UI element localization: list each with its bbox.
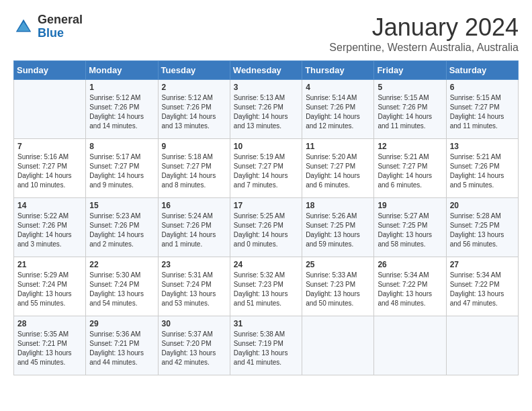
logo-icon: [13, 17, 34, 37]
calendar-cell: 19Sunrise: 5:27 AM Sunset: 7:25 PM Dayli…: [374, 198, 446, 257]
calendar-cell: 29Sunrise: 5:36 AM Sunset: 7:21 PM Dayli…: [86, 316, 158, 375]
day-number: 30: [162, 319, 226, 328]
day-number: 28: [17, 319, 82, 328]
day-info: Sunrise: 5:38 AM Sunset: 7:19 PM Dayligh…: [234, 330, 298, 367]
calendar-cell: 6Sunrise: 5:15 AM Sunset: 7:27 PM Daylig…: [446, 80, 518, 139]
day-number: 23: [162, 260, 226, 269]
day-number: 6: [450, 83, 515, 92]
day-number: 5: [378, 83, 442, 92]
day-number: 10: [234, 142, 298, 151]
calendar-cell: 8Sunrise: 5:17 AM Sunset: 7:27 PM Daylig…: [86, 139, 158, 198]
calendar-cell: 3Sunrise: 5:13 AM Sunset: 7:26 PM Daylig…: [230, 80, 302, 139]
day-number: 9: [162, 142, 226, 151]
day-number: 31: [234, 319, 298, 328]
calendar-cell: 27Sunrise: 5:34 AM Sunset: 7:22 PM Dayli…: [446, 257, 518, 316]
day-info: Sunrise: 5:20 AM Sunset: 7:27 PM Dayligh…: [306, 152, 370, 190]
day-number: 12: [378, 142, 442, 151]
day-number: 13: [450, 142, 515, 151]
calendar-body: 1Sunrise: 5:12 AM Sunset: 7:26 PM Daylig…: [14, 80, 519, 375]
day-number: 14: [17, 201, 82, 210]
day-info: Sunrise: 5:28 AM Sunset: 7:25 PM Dayligh…: [450, 212, 515, 249]
day-number: 18: [306, 201, 370, 210]
calendar-cell: 12Sunrise: 5:21 AM Sunset: 7:27 PM Dayli…: [374, 139, 446, 198]
calendar-cell: [374, 316, 446, 375]
calendar-cell: 31Sunrise: 5:38 AM Sunset: 7:19 PM Dayli…: [230, 316, 302, 375]
month-title: January 2024: [329, 13, 519, 42]
weekday-header-thursday: Thursday: [302, 61, 374, 80]
day-number: 20: [450, 201, 515, 210]
weekday-header-sunday: Sunday: [14, 61, 86, 80]
calendar-cell: 2Sunrise: 5:12 AM Sunset: 7:26 PM Daylig…: [158, 80, 230, 139]
day-info: Sunrise: 5:12 AM Sunset: 7:26 PM Dayligh…: [162, 93, 226, 131]
calendar-cell: 7Sunrise: 5:16 AM Sunset: 7:27 PM Daylig…: [14, 139, 86, 198]
day-info: Sunrise: 5:34 AM Sunset: 7:22 PM Dayligh…: [450, 271, 515, 308]
calendar-cell: 26Sunrise: 5:34 AM Sunset: 7:22 PM Dayli…: [374, 257, 446, 316]
day-info: Sunrise: 5:17 AM Sunset: 7:27 PM Dayligh…: [89, 152, 154, 190]
calendar-cell: 16Sunrise: 5:24 AM Sunset: 7:26 PM Dayli…: [158, 198, 230, 257]
day-number: 3: [234, 83, 298, 92]
calendar-cell: 25Sunrise: 5:33 AM Sunset: 7:23 PM Dayli…: [302, 257, 374, 316]
day-info: Sunrise: 5:21 AM Sunset: 7:26 PM Dayligh…: [450, 152, 515, 190]
weekday-header-friday: Friday: [374, 61, 446, 80]
day-number: 11: [306, 142, 370, 151]
calendar-cell: 23Sunrise: 5:31 AM Sunset: 7:24 PM Dayli…: [158, 257, 230, 316]
day-info: Sunrise: 5:34 AM Sunset: 7:22 PM Dayligh…: [378, 271, 442, 308]
day-info: Sunrise: 5:27 AM Sunset: 7:25 PM Dayligh…: [378, 212, 442, 249]
day-number: 8: [89, 142, 154, 151]
page-header: General Blue January 2024 Serpentine, We…: [13, 13, 519, 54]
day-info: Sunrise: 5:36 AM Sunset: 7:21 PM Dayligh…: [89, 330, 154, 367]
weekday-header-row: SundayMondayTuesdayWednesdayThursdayFrid…: [14, 61, 519, 80]
calendar-cell: 5Sunrise: 5:15 AM Sunset: 7:26 PM Daylig…: [374, 80, 446, 139]
day-number: 29: [89, 319, 154, 328]
day-number: 25: [306, 260, 370, 269]
day-number: 7: [17, 142, 82, 151]
logo-text: General Blue: [38, 13, 83, 40]
day-number: 17: [234, 201, 298, 210]
day-info: Sunrise: 5:14 AM Sunset: 7:26 PM Dayligh…: [306, 93, 370, 131]
calendar-header: SundayMondayTuesdayWednesdayThursdayFrid…: [14, 61, 519, 80]
logo: General Blue: [13, 13, 83, 40]
day-info: Sunrise: 5:21 AM Sunset: 7:27 PM Dayligh…: [378, 152, 442, 190]
title-block: January 2024 Serpentine, Western Austral…: [329, 13, 519, 54]
day-number: 24: [234, 260, 298, 269]
logo-blue-text: Blue: [38, 27, 83, 40]
calendar-week-3: 14Sunrise: 5:22 AM Sunset: 7:26 PM Dayli…: [14, 198, 519, 257]
calendar-cell: 28Sunrise: 5:35 AM Sunset: 7:21 PM Dayli…: [14, 316, 86, 375]
calendar-cell: 13Sunrise: 5:21 AM Sunset: 7:26 PM Dayli…: [446, 139, 518, 198]
day-number: 4: [306, 83, 370, 92]
calendar-cell: 18Sunrise: 5:26 AM Sunset: 7:25 PM Dayli…: [302, 198, 374, 257]
day-info: Sunrise: 5:37 AM Sunset: 7:20 PM Dayligh…: [162, 330, 226, 367]
calendar-cell: [302, 316, 374, 375]
day-number: 15: [89, 201, 154, 210]
calendar-week-4: 21Sunrise: 5:29 AM Sunset: 7:24 PM Dayli…: [14, 257, 519, 316]
day-info: Sunrise: 5:19 AM Sunset: 7:27 PM Dayligh…: [234, 152, 298, 190]
weekday-header-monday: Monday: [86, 61, 158, 80]
calendar-week-1: 1Sunrise: 5:12 AM Sunset: 7:26 PM Daylig…: [14, 80, 519, 139]
calendar-week-2: 7Sunrise: 5:16 AM Sunset: 7:27 PM Daylig…: [14, 139, 519, 198]
day-info: Sunrise: 5:13 AM Sunset: 7:26 PM Dayligh…: [234, 93, 298, 131]
day-info: Sunrise: 5:29 AM Sunset: 7:24 PM Dayligh…: [17, 271, 82, 308]
calendar-week-5: 28Sunrise: 5:35 AM Sunset: 7:21 PM Dayli…: [14, 316, 519, 375]
day-info: Sunrise: 5:30 AM Sunset: 7:24 PM Dayligh…: [89, 271, 154, 308]
day-info: Sunrise: 5:32 AM Sunset: 7:23 PM Dayligh…: [234, 271, 298, 308]
calendar-cell: 11Sunrise: 5:20 AM Sunset: 7:27 PM Dayli…: [302, 139, 374, 198]
calendar-cell: 24Sunrise: 5:32 AM Sunset: 7:23 PM Dayli…: [230, 257, 302, 316]
day-info: Sunrise: 5:12 AM Sunset: 7:26 PM Dayligh…: [89, 93, 154, 131]
weekday-header-saturday: Saturday: [446, 61, 518, 80]
day-info: Sunrise: 5:33 AM Sunset: 7:23 PM Dayligh…: [306, 271, 370, 308]
calendar-cell: 30Sunrise: 5:37 AM Sunset: 7:20 PM Dayli…: [158, 316, 230, 375]
day-info: Sunrise: 5:31 AM Sunset: 7:24 PM Dayligh…: [162, 271, 226, 308]
location-title: Serpentine, Western Australia, Australia: [329, 42, 519, 54]
calendar-cell: 9Sunrise: 5:18 AM Sunset: 7:27 PM Daylig…: [158, 139, 230, 198]
calendar-cell: 1Sunrise: 5:12 AM Sunset: 7:26 PM Daylig…: [86, 80, 158, 139]
logo-general-text: General: [38, 13, 83, 27]
calendar-table: SundayMondayTuesdayWednesdayThursdayFrid…: [13, 60, 519, 375]
day-number: 26: [378, 260, 442, 269]
calendar-cell: 4Sunrise: 5:14 AM Sunset: 7:26 PM Daylig…: [302, 80, 374, 139]
weekday-header-wednesday: Wednesday: [230, 61, 302, 80]
day-number: 22: [89, 260, 154, 269]
calendar-cell: 10Sunrise: 5:19 AM Sunset: 7:27 PM Dayli…: [230, 139, 302, 198]
day-number: 1: [89, 83, 154, 92]
weekday-header-tuesday: Tuesday: [158, 61, 230, 80]
day-info: Sunrise: 5:35 AM Sunset: 7:21 PM Dayligh…: [17, 330, 82, 367]
